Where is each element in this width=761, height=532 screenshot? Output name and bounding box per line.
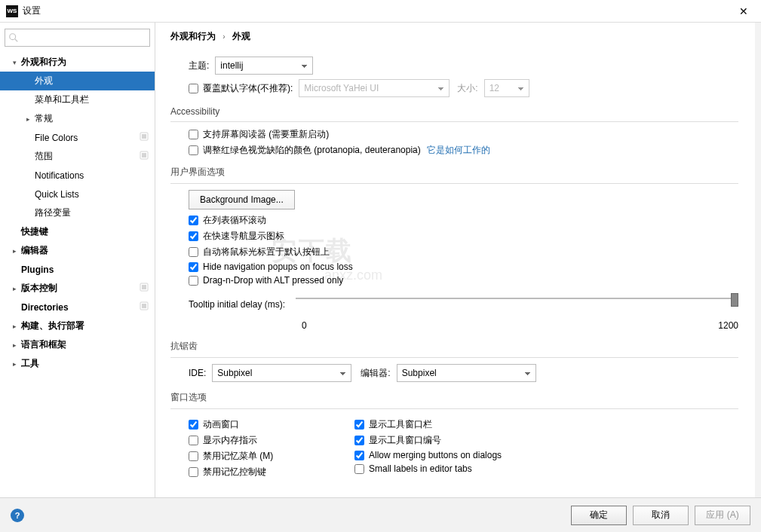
show-numbers-checkbox[interactable] (354, 436, 364, 445)
tooltip-delay-slider[interactable] (296, 293, 738, 316)
breadcrumb-leaf: 外观 (232, 31, 250, 41)
how-it-works-link[interactable]: 它是如何工作的 (427, 144, 490, 157)
editor-aa-select[interactable]: Subpixel (397, 364, 536, 382)
tree-item-label: 外观 (33, 75, 143, 87)
show-numbers-label: 显示工具窗口编号 (369, 434, 441, 447)
main-panel: 外观和行为 › 外观 主题: intellij 覆盖默认字体(不推荐): Mic… (155, 23, 761, 497)
cyclic-scroll-label: 在列表循环滚动 (203, 214, 266, 227)
chevron-right-icon: ▸ (9, 247, 20, 255)
chevron-right-icon: ▸ (23, 115, 33, 123)
sidebar: ▾外观和行为外观菜单和工具栏▸常规File Colors范围Notificati… (0, 23, 155, 497)
cancel-button[interactable]: 取消 (633, 506, 689, 525)
accessibility-title: Accessibility (170, 106, 738, 120)
tree-item-12[interactable]: ▸版本控制 (0, 279, 155, 298)
size-label: 大小: (457, 82, 477, 95)
svg-line-1 (15, 39, 18, 42)
disable-mnemonic-ctrl-label: 禁用记忆控制键 (203, 466, 266, 478)
dnd-alt-checkbox[interactable] (189, 276, 198, 286)
footer: ? 确定 取消 应用 (A) (0, 497, 761, 532)
tree-item-label: Directories (20, 302, 130, 313)
editor-aa-label: 编辑器: (361, 367, 390, 380)
tree-item-13[interactable]: Directories (0, 298, 155, 316)
chevron-down-icon: ▾ (9, 59, 20, 66)
tree-item-3[interactable]: ▸常规 (0, 109, 155, 128)
memory-indicator-checkbox[interactable] (189, 436, 198, 445)
close-icon[interactable]: ✕ (732, 0, 755, 23)
tree-item-5[interactable]: 范围 (0, 147, 155, 166)
quick-nav-icons-checkbox[interactable] (189, 231, 198, 241)
tree-item-7[interactable]: Quick Lists (0, 185, 155, 203)
svg-rect-7 (142, 285, 146, 289)
tree-item-label: 范围 (33, 150, 130, 163)
screen-reader-label: 支持屏幕阅读器 (需要重新启动) (203, 128, 329, 141)
help-icon[interactable]: ? (11, 509, 24, 522)
tree-item-label: 菜单和工具栏 (33, 93, 143, 106)
dnd-alt-label: Drag-n-Drop with ALT pressed only (203, 275, 343, 286)
show-toolbars-label: 显示工具窗口栏 (369, 418, 432, 431)
tree-item-10[interactable]: ▸编辑器 (0, 241, 155, 260)
window-options-title: 窗口选项 (170, 391, 738, 407)
background-image-button[interactable]: Background Image... (189, 190, 295, 209)
cyclic-scroll-checkbox[interactable] (189, 216, 198, 225)
override-font-checkbox[interactable] (189, 84, 198, 93)
tree-item-11[interactable]: Plugins (0, 260, 155, 279)
tree-item-0[interactable]: ▾外观和行为 (0, 53, 155, 72)
tree-item-label: 工具 (20, 357, 143, 370)
ui-options-title: 用户界面选项 (170, 166, 738, 182)
screen-reader-checkbox[interactable] (189, 130, 198, 139)
merge-buttons-checkbox[interactable] (354, 451, 364, 460)
slider-min: 0 (302, 320, 307, 331)
settings-tree[interactable]: ▾外观和行为外观菜单和工具栏▸常规File Colors范围Notificati… (0, 50, 155, 498)
theme-select[interactable]: intellij (215, 57, 313, 75)
tree-item-label: 版本控制 (20, 282, 130, 295)
tree-item-1[interactable]: 外观 (0, 72, 155, 90)
small-labels-checkbox[interactable] (354, 464, 364, 474)
tree-item-2[interactable]: 菜单和工具栏 (0, 90, 155, 109)
tree-item-14[interactable]: ▸构建、执行部署 (0, 316, 155, 335)
apply-button[interactable]: 应用 (A) (695, 506, 750, 525)
tree-item-label: File Colors (33, 133, 130, 143)
color-deficiency-label: 调整红绿色视觉缺陷的颜色 (protanopia, deuteranopia) (203, 144, 421, 157)
tree-item-8[interactable]: 路径变量 (0, 203, 155, 222)
animate-windows-checkbox[interactable] (189, 420, 198, 430)
chevron-right-icon: ▸ (9, 360, 20, 368)
tooltip-delay-label: Tooltip initial delay (ms): (189, 299, 285, 310)
tree-item-label: 外观和行为 (20, 56, 143, 69)
search-input[interactable] (5, 29, 150, 47)
tree-item-label: 路径变量 (33, 206, 143, 219)
disable-mnemonic-menu-label: 禁用记忆菜单 (M) (203, 450, 273, 463)
ide-aa-select[interactable]: Subpixel (212, 364, 351, 382)
tree-item-16[interactable]: ▸工具 (0, 354, 155, 373)
svg-point-0 (10, 34, 16, 40)
breadcrumb-root: 外观和行为 (170, 31, 216, 41)
font-select[interactable]: Microsoft YaHei UI (299, 79, 450, 97)
tree-item-4[interactable]: File Colors (0, 128, 155, 147)
mouse-default-label: 自动将鼠标光标置于默认按钮上 (203, 246, 330, 258)
mouse-default-checkbox[interactable] (189, 247, 198, 257)
tree-item-15[interactable]: ▸语言和框架 (0, 335, 155, 354)
tree-item-9[interactable]: 快捷键 (0, 222, 155, 241)
project-scope-icon (137, 151, 149, 162)
scrollbar[interactable] (755, 23, 761, 497)
ide-aa-label: IDE: (189, 368, 206, 378)
animate-windows-label: 动画窗口 (203, 418, 239, 431)
tree-item-label: 常规 (33, 112, 143, 125)
override-font-label: 覆盖默认字体(不推荐): (203, 82, 293, 95)
tree-item-label: 快捷键 (20, 225, 143, 238)
chevron-right-icon: ▸ (9, 323, 20, 330)
tree-item-6[interactable]: Notifications (0, 166, 155, 185)
breadcrumb: 外观和行为 › 外观 (170, 30, 746, 52)
font-size-select[interactable]: 12 (484, 79, 529, 97)
theme-label: 主题: (189, 60, 209, 72)
color-deficiency-checkbox[interactable] (189, 145, 198, 155)
disable-mnemonic-ctrl-checkbox[interactable] (189, 467, 198, 477)
svg-rect-9 (142, 304, 146, 308)
svg-rect-5 (142, 153, 146, 157)
hide-popups-checkbox[interactable] (189, 262, 198, 272)
tree-item-label: 编辑器 (20, 244, 143, 257)
quick-nav-icons-label: 在快速导航显示图标 (203, 230, 284, 243)
tree-item-label: Plugins (20, 264, 143, 275)
ok-button[interactable]: 确定 (571, 506, 627, 525)
show-toolbars-checkbox[interactable] (354, 420, 364, 430)
disable-mnemonic-menu-checkbox[interactable] (189, 451, 198, 461)
